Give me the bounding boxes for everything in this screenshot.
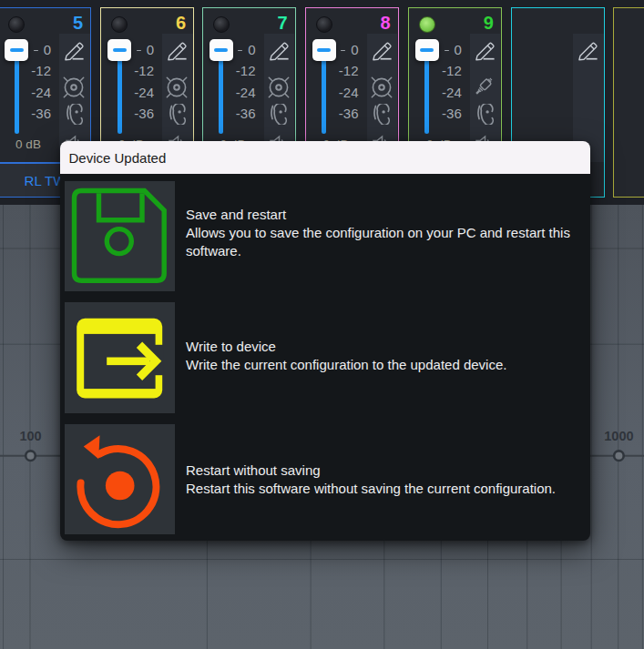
svg-text:100: 100 bbox=[19, 428, 41, 442]
svg-text:1000: 1000 bbox=[604, 428, 633, 442]
